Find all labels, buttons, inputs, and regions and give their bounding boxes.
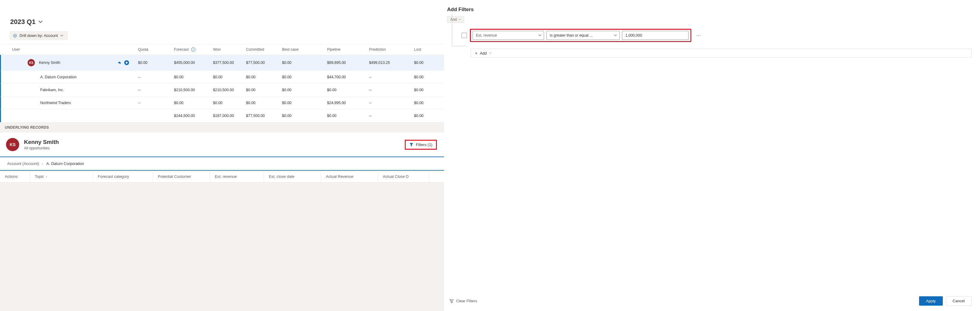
- user-cell: Fabrikam, Inc.: [12, 88, 138, 92]
- svg-line-2: [450, 300, 453, 302]
- column-header[interactable]: Actual Close D: [378, 171, 429, 182]
- column-header[interactable]: Topic↑: [30, 171, 93, 182]
- col-user[interactable]: User: [12, 48, 138, 52]
- record-subtitle: All opportunities: [24, 146, 59, 150]
- cell-lost: $0.00: [414, 75, 441, 79]
- chevron-down-icon: [538, 34, 541, 37]
- cell-quota: --: [138, 101, 174, 105]
- cell-lost: $0.00: [414, 114, 441, 118]
- cell-lost: $0.00: [414, 88, 441, 92]
- user-cell: A. Datum Corporation: [12, 75, 138, 79]
- filter-value-input[interactable]: 1,000,000: [622, 31, 689, 40]
- cell-best: $0.00: [282, 114, 327, 118]
- cell-forecast: $210,500.00: [174, 88, 213, 92]
- row-name: A. Datum Corporation: [40, 75, 76, 79]
- chevron-down-icon: [489, 52, 492, 54]
- forecast-grid: User Quota Forecast i Won Committed Best…: [0, 44, 444, 122]
- table-row[interactable]: Northwind Traders--$0.00$0.00$0.00$0.00$…: [0, 97, 444, 109]
- avatar: KS: [6, 138, 19, 151]
- cell-pipeline: $44,700.00: [327, 75, 369, 79]
- cell-committed: $0.00: [246, 101, 282, 105]
- breadcrumb-root[interactable]: Account (Account): [7, 161, 39, 166]
- plus-icon: +: [475, 51, 477, 56]
- column-header[interactable]: Actions: [0, 171, 30, 182]
- record-name: Kenny Smith: [24, 139, 59, 146]
- apply-button[interactable]: Apply: [919, 296, 943, 306]
- cell-quota: $0.00: [138, 60, 174, 65]
- status-dot-icon[interactable]: [124, 60, 129, 65]
- col-forecast[interactable]: Forecast i: [174, 48, 213, 52]
- cell-forecast: $0.00: [174, 75, 213, 79]
- row-name: Kenny Smith: [39, 60, 60, 65]
- table-row[interactable]: A. Datum Corporation--$0.00$0.00$0.00$0.…: [0, 71, 444, 84]
- forecast-main-pane: 2023 Q1 Drill down by: Account User Quot…: [0, 0, 444, 311]
- chevron-down-icon: [38, 20, 43, 24]
- col-pipeline[interactable]: Pipeline: [327, 48, 369, 52]
- add-condition-button[interactable]: + Add: [471, 49, 972, 57]
- table-row[interactable]: Fabrikam, Inc.--$210,500.00$210,500.00$0…: [0, 84, 444, 97]
- cell-won: $167,000.00: [213, 114, 246, 118]
- column-header[interactable]: Est. revenue: [210, 171, 264, 182]
- table-row[interactable]: $244,500.00$167,000.00$77,500.00$0.00$0.…: [0, 109, 444, 122]
- cell-prediction: --: [369, 101, 414, 105]
- sort-asc-icon: ↑: [46, 175, 48, 178]
- filter-operator-dropdown[interactable]: Is greater than or equal ...: [546, 31, 620, 40]
- cell-prediction: --: [369, 114, 414, 118]
- svg-point-1: [14, 35, 16, 36]
- cell-pipeline: $0.00: [327, 88, 369, 92]
- drill-label: Drill down by: Account: [19, 33, 58, 38]
- col-committed[interactable]: Committed: [246, 48, 282, 52]
- column-header[interactable]: Est. close date: [264, 171, 321, 182]
- col-lost[interactable]: Lost: [414, 48, 441, 52]
- add-filters-panel: Add Filters And Est. revenue Is greater …: [444, 0, 980, 311]
- cell-quota: --: [138, 88, 174, 92]
- col-best[interactable]: Best case: [282, 48, 327, 52]
- panel-footer: Clear Filters Apply Cancel: [444, 296, 972, 306]
- cell-forecast: $455,000.00: [174, 60, 213, 65]
- panel-title: Add Filters: [447, 5, 972, 16]
- cell-best: $0.00: [282, 101, 327, 105]
- cancel-button[interactable]: Cancel: [946, 296, 972, 306]
- col-quota[interactable]: Quota: [138, 48, 174, 52]
- column-header[interactable]: Potential Customer: [153, 171, 210, 182]
- info-icon[interactable]: i: [191, 48, 195, 52]
- and-operator-pill[interactable]: And: [447, 16, 464, 23]
- drill-down-pill[interactable]: Drill down by: Account: [10, 31, 68, 40]
- table-row[interactable]: KSKenny Smith$0.00$455,000.00$377,500.00…: [0, 55, 444, 71]
- cell-won: $0.00: [213, 101, 246, 105]
- more-actions-icon[interactable]: ⋯: [694, 33, 703, 38]
- cell-prediction: $499,013.25: [369, 60, 414, 65]
- avatar: KS: [28, 59, 35, 66]
- cell-pipeline: $24,995.00: [327, 101, 369, 105]
- record-body-empty: [0, 182, 444, 311]
- user-cell: KSKenny Smith: [12, 59, 138, 66]
- row-name: Fabrikam, Inc.: [40, 88, 64, 92]
- col-won[interactable]: Won: [213, 48, 246, 52]
- cell-prediction: --: [369, 75, 414, 79]
- column-header[interactable]: Actual Revenue: [321, 171, 378, 182]
- cell-best: $0.00: [282, 60, 327, 65]
- cell-lost: $0.00: [414, 101, 441, 105]
- grid-header-row: User Quota Forecast i Won Committed Best…: [0, 44, 444, 55]
- target-icon: [13, 33, 17, 38]
- share-icon[interactable]: [117, 60, 121, 65]
- chevron-down-icon: [614, 34, 617, 37]
- filters-button[interactable]: Filters (1): [405, 140, 437, 150]
- user-cell: Northwind Traders: [12, 101, 138, 105]
- col-prediction[interactable]: Prediction: [369, 48, 414, 52]
- underlying-records-bar: UNDERLYING RECORDS: [0, 122, 444, 133]
- cell-quota: --: [138, 75, 174, 79]
- funnel-icon: [409, 143, 414, 147]
- clear-filters-link[interactable]: Clear Filters: [450, 299, 477, 303]
- filter-field-dropdown[interactable]: Est. revenue: [473, 31, 544, 40]
- filter-condition-row: Est. revenue Is greater than or equal ..…: [447, 29, 972, 42]
- row-name: Northwind Traders: [40, 101, 71, 105]
- chevron-right-icon: ›: [42, 161, 43, 166]
- column-header[interactable]: Forecast category: [93, 171, 153, 182]
- cell-pipeline: $0.00: [327, 114, 369, 118]
- period-selector[interactable]: 2023 Q1: [0, 0, 444, 31]
- record-columns-row: ActionsTopic↑Forecast categoryPotential …: [0, 171, 444, 182]
- cell-forecast: $0.00: [174, 101, 213, 105]
- row-checkbox[interactable]: [461, 33, 467, 38]
- cell-won: $0.00: [213, 75, 246, 79]
